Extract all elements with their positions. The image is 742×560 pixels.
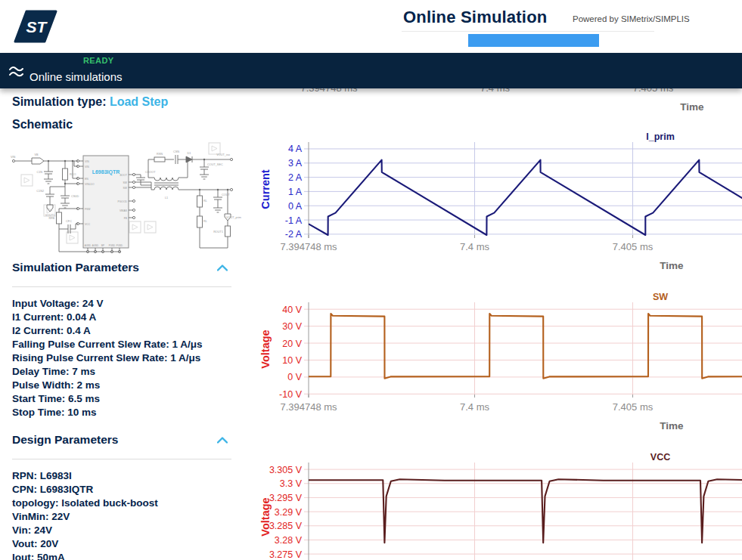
- svg-text:10 V: 10 V: [282, 355, 302, 366]
- svg-text:4 A: 4 A: [288, 144, 303, 154]
- svg-text:VB: VB: [34, 153, 39, 156]
- svg-text:VOUT_iso: VOUT_iso: [216, 153, 230, 156]
- svg-text:0 V: 0 V: [287, 372, 302, 382]
- svg-text:RL: RL: [203, 220, 207, 223]
- svg-text:RL: RL: [203, 200, 207, 203]
- sidebar: Simulation type: Load Step Schematic L69…: [0, 88, 250, 560]
- svg-text:BOOT: BOOT: [120, 174, 127, 177]
- svg-text:3.28 V: 3.28 V: [275, 535, 303, 546]
- svg-text:PGND: PGND: [116, 244, 123, 247]
- svg-text:FB: FB: [124, 217, 128, 220]
- chevron-up-icon[interactable]: [217, 265, 228, 271]
- online-simulations-menu-item[interactable]: Online simulations: [29, 70, 123, 83]
- svg-text:C1N: C1N: [36, 171, 42, 174]
- svg-text:2 A: 2 A: [288, 172, 303, 183]
- svg-text:L1: L1: [165, 196, 168, 200]
- svg-text:PGOOD: PGOOD: [117, 200, 127, 203]
- parameter-line: Rising Pulse Current Slew Rate: 1 A/μs: [12, 351, 239, 365]
- svg-text:RFB: RFB: [48, 217, 54, 220]
- svg-text:VBIAS: VBIAS: [120, 209, 128, 212]
- svg-text:3.29 V: 3.29 V: [275, 507, 303, 518]
- title-divider: [402, 31, 654, 32]
- svg-text:0 A: 0 A: [288, 201, 303, 212]
- svg-text:-2 A: -2 A: [285, 229, 303, 240]
- svg-text:PGND: PGND: [109, 244, 115, 247]
- waveforms-icon: [8, 65, 24, 78]
- simulation-type-value[interactable]: Load Step: [110, 95, 168, 108]
- powered-by-text: Powered by SIMetrix/SIMPLIS: [573, 14, 690, 23]
- svg-text:RCO: RCO: [70, 173, 76, 176]
- svg-text:SW: SW: [123, 187, 128, 190]
- svg-text:7.4 ms: 7.4 ms: [460, 241, 490, 252]
- svg-text:20 V: 20 V: [282, 339, 302, 349]
- svg-text:VIN: VIN: [85, 166, 89, 169]
- svg-text:VCC: VCC: [650, 452, 670, 463]
- svg-text:CS0D: CS0D: [71, 195, 79, 198]
- section-design-parameters[interactable]: Design Parameters: [12, 433, 238, 447]
- simulation-type: Simulation type: Load Step: [12, 95, 168, 109]
- section-title: Simulation Parameters: [12, 261, 139, 274]
- svg-text:7.394748 ms: 7.394748 ms: [280, 401, 337, 413]
- schematic-image[interactable]: L6983IQTRVINVINENVINLDOFSWVCCBOOTSWSWPGO…: [6, 138, 242, 253]
- svg-text:3 A: 3 A: [288, 158, 303, 169]
- svg-text:Time: Time: [660, 420, 684, 432]
- st-logo-text: ST: [26, 18, 48, 36]
- svg-text:AGND: AGND: [92, 244, 98, 247]
- svg-text:3.275 V: 3.275 V: [269, 549, 303, 560]
- chevron-up-icon[interactable]: [217, 437, 228, 444]
- svg-text:3.285 V: 3.285 V: [269, 521, 303, 531]
- chart-vcc: 3.305 V3.3 V3.295 V3.29 V3.285 V3.28 V3.…: [250, 449, 742, 560]
- parameter-line: Falling Pulse Current Slew Rate: 1 A/μs: [12, 338, 239, 351]
- svg-text:VIN: VIN: [11, 156, 16, 159]
- page: 7.394748 ms7.4 ms7.405 msTime 4 A3 A2 A1…: [0, 0, 742, 560]
- svg-text:VOUT_prim: VOUT_prim: [226, 216, 241, 219]
- svg-text:D1: D1: [188, 152, 191, 155]
- parameter-line: VinMin: 22V: [12, 510, 239, 524]
- svg-text:3.295 V: 3.295 V: [269, 493, 303, 503]
- parameter-line: Pulse Width: 2 ms: [12, 379, 239, 392]
- section-title: Design Parameters: [12, 433, 118, 446]
- parameter-line: Vin: 24V: [12, 524, 239, 537]
- parameter-line: Stop Time: 10 ms: [12, 406, 239, 419]
- parameter-line: Iout: 50mA: [12, 551, 239, 560]
- svg-text:I_prim: I_prim: [646, 131, 675, 142]
- svg-text:7.405 ms: 7.405 ms: [613, 401, 654, 413]
- simulation-type-label: Simulation type:: [12, 95, 106, 108]
- divider: [12, 459, 231, 459]
- svg-text:-1 A: -1 A: [285, 215, 303, 226]
- svg-text:C1N2: C1N2: [36, 190, 44, 193]
- svg-text:CBOOT: CBOOT: [145, 171, 156, 174]
- svg-text:Current: Current: [259, 169, 272, 209]
- parameter-line: RPN: L6983I: [12, 469, 239, 483]
- svg-text:VINLDO: VINLDO: [85, 183, 95, 186]
- svg-text:COUT: COUT: [222, 193, 230, 196]
- svg-text:CFC: CFC: [66, 220, 72, 223]
- simulation-action-button[interactable]: [468, 34, 599, 47]
- svg-text:SW: SW: [123, 181, 128, 184]
- status-bar: Online simulations READY: [0, 53, 742, 88]
- svg-text:3.3 V: 3.3 V: [280, 478, 303, 489]
- schematic-heading: Schematic: [12, 118, 73, 131]
- parameter-line: Vout: 20V: [12, 537, 239, 551]
- parameter-line: CPN: L6983IQTR: [12, 483, 239, 497]
- svg-text:Voltage: Voltage: [259, 330, 272, 368]
- svg-text:AGND: AGND: [85, 244, 91, 247]
- svg-text:VCC: VCC: [85, 223, 91, 226]
- svg-text:L6983IQTR: L6983IQTR: [92, 169, 120, 175]
- section-simulation-parameters[interactable]: Simulation Parameters: [12, 261, 238, 274]
- st-logo[interactable]: ST: [14, 10, 57, 43]
- svg-text:EN: EN: [85, 178, 88, 181]
- divider: [12, 286, 231, 287]
- svg-text:SW: SW: [653, 292, 668, 302]
- header: ST Online Simulation Powered by SIMetrix…: [0, 0, 742, 53]
- svg-text:30 V: 30 V: [282, 321, 302, 332]
- parameter-line: Delay Time: 7 ms: [12, 365, 239, 379]
- parameter-line: Input Voltage: 24 V: [12, 297, 239, 311]
- svg-text:Time: Time: [680, 101, 704, 113]
- parameter-line: topology: Isolated buck-boost: [12, 497, 239, 510]
- svg-text:-10 V: -10 V: [279, 389, 303, 400]
- svg-text:ROUT1: ROUT1: [213, 230, 223, 234]
- parameter-line: I1 Current: 0.04 A: [12, 311, 239, 324]
- svg-text:VIN: VIN: [85, 160, 89, 163]
- parameter-line: Start Time: 6.5 ms: [12, 392, 239, 406]
